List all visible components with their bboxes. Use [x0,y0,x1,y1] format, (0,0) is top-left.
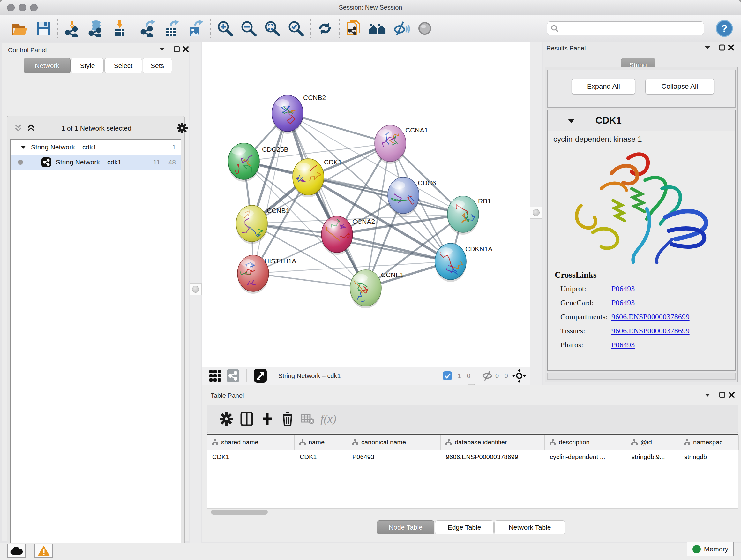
results-panel-close-icon[interactable] [728,44,735,51]
control-panel-collapse-icon[interactable] [158,46,165,53]
tab-node-table[interactable]: Node Table [377,520,434,535]
help-icon[interactable]: ? [716,19,733,38]
expand-all-button[interactable]: Expand All [571,78,635,95]
network-canvas[interactable]: CCNB2CCNA1CDC25BCDK1CDC6RB1CCNB1CCNA2CDK… [202,42,530,367]
column-header[interactable]: canonical name [347,435,441,449]
import-network-file-icon[interactable] [64,19,81,38]
table-panel-collapse-icon[interactable] [704,391,711,398]
right-splitter-handle[interactable] [530,206,542,219]
column-header[interactable]: name [294,435,347,449]
search-icon [550,24,559,33]
import-table-icon[interactable] [111,19,129,38]
table-settings-gear-icon[interactable] [216,409,237,428]
node-label: CCNE1 [381,271,404,278]
left-splitter-handle[interactable] [190,283,202,295]
network-edge[interactable] [253,113,287,273]
network-node[interactable]: CCNA2 [321,214,375,255]
network-edge[interactable] [287,113,366,288]
table-panel: Table Panel f(x) shared namenamecanonica… [202,385,741,542]
zoom-in-icon[interactable] [216,19,234,38]
collection-expand-icon[interactable] [20,144,26,150]
table-row[interactable]: CDK1CDK1P064939606.ENSP00000378699cyclin… [207,450,738,464]
table-cell[interactable]: CDK1 [294,450,347,464]
export-image-icon[interactable] [187,19,205,38]
tab-style[interactable]: Style [71,58,104,73]
results-scrollbar[interactable] [547,373,736,380]
table-cell[interactable]: P06493 [347,450,441,464]
network-node[interactable]: CDK1 [293,150,342,197]
memory-label: Memory [704,545,728,553]
table-cell[interactable]: CDK1 [207,450,294,464]
crosslink-link[interactable]: 9606.ENSP00000378699 [611,313,690,321]
show-columns-icon[interactable] [237,409,257,428]
crosslink-link[interactable]: P06493 [611,341,635,349]
export-network-icon[interactable] [140,19,158,38]
network-collection-row[interactable]: String Network – cdk1 1 [10,139,181,154]
table-panel-float-icon[interactable] [719,391,726,398]
expand-all-networks-icon[interactable] [14,124,22,132]
warning-status-button[interactable] [35,544,53,558]
network-options-gear-icon[interactable] [177,123,188,133]
add-column-icon[interactable] [257,409,277,428]
export-table-icon[interactable] [163,19,181,38]
clone-network-icon[interactable] [345,19,363,38]
cloud-status-button[interactable] [7,544,25,558]
column-header[interactable]: shared name [207,435,294,449]
search-box[interactable] [547,21,704,36]
selected-checkbox-icon[interactable] [437,366,458,385]
network-node[interactable]: CDKN1A [435,243,492,282]
control-panel-close-icon[interactable] [182,46,189,53]
network-node[interactable]: CCNE1 [350,270,404,308]
crosslink-link[interactable]: P06493 [611,299,635,307]
refresh-icon[interactable] [316,19,334,38]
entry-collapse-icon[interactable] [567,118,575,125]
crosslink-link[interactable]: 9606.ENSP00000378699 [611,327,690,335]
crosslink-link[interactable]: P06493 [611,285,635,293]
column-header[interactable]: namespac [679,435,739,449]
node-entry-header[interactable]: CDK1 [548,111,735,131]
export-view-icon[interactable] [252,366,269,385]
column-header[interactable]: description [545,435,626,449]
table-cell[interactable]: 9606.ENSP00000378699 [441,450,545,464]
results-panel-float-icon[interactable] [719,44,726,51]
delete-column-icon[interactable] [277,409,298,428]
tab-network-table[interactable]: Network Table [494,520,565,535]
network-node[interactable]: CCNA1 [375,125,428,164]
string-home-icon[interactable] [368,19,387,38]
network-row[interactable]: String Network – cdk1 11 48 [10,154,181,170]
column-header[interactable]: database identifier [441,435,545,449]
network-node[interactable]: HIST1H1A [237,255,296,294]
collapse-all-networks-icon[interactable] [27,124,35,132]
network-edge[interactable] [253,273,366,288]
control-panel-float-icon[interactable] [173,46,180,53]
zoom-out-icon[interactable] [240,19,258,38]
pan-crosshair-icon[interactable] [508,366,530,385]
table-hscroll-thumb[interactable] [211,509,268,515]
network-node[interactable]: CDC6 [388,177,436,216]
birds-eye-view-icon[interactable] [206,366,224,385]
tab-sets[interactable]: Sets [143,58,172,73]
table-cell[interactable]: cyclin-dependent ... [545,450,626,464]
network-node[interactable]: RB1 [448,196,491,235]
hidden-eye-slash-icon[interactable] [480,366,495,385]
import-network-database-icon[interactable] [87,19,105,38]
collapse-all-button[interactable]: Collapse All [645,78,714,95]
tab-network[interactable]: Network [23,58,71,73]
zoom-fit-icon[interactable] [263,19,281,38]
table-panel-close-icon[interactable] [728,391,735,398]
save-session-icon[interactable] [35,19,52,38]
column-header[interactable]: @id [626,435,679,449]
table-hscrollbar[interactable] [207,508,738,516]
table-cell[interactable]: stringdb:9... [626,450,679,464]
zoom-selected-icon[interactable] [287,19,305,38]
hide-unhide-icon[interactable] [392,19,410,38]
memory-button[interactable]: Memory [687,542,734,557]
node-label: CCNB2 [303,94,326,101]
table-cell[interactable]: stringdb [679,450,739,464]
results-panel-collapse-icon[interactable] [704,44,711,51]
open-session-icon[interactable] [11,19,29,38]
search-input[interactable] [559,24,700,32]
tab-select[interactable]: Select [105,58,142,73]
network-node[interactable]: CCNB2 [272,94,326,134]
tab-edge-table[interactable]: Edge Table [435,520,494,535]
